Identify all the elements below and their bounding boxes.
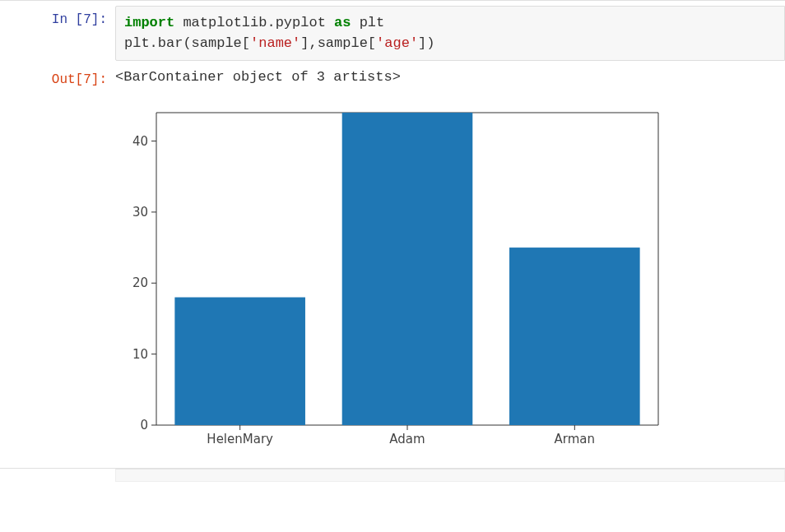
code-line2-pre: plt.bar(sample[ [124, 35, 250, 51]
code-line2-mid: ],sample[ [300, 35, 376, 51]
ytick-label: 20 [132, 276, 148, 291]
code-module: matplotlib.pyplot [174, 15, 334, 30]
empty-prompt [0, 469, 115, 482]
ytick-label: 40 [132, 134, 148, 149]
ytick-label: 10 [132, 347, 148, 362]
code-line2-post: ]) [418, 35, 434, 51]
chart-area: 010203040HelenMaryAdamArman [115, 93, 785, 468]
code-cell: In [7]: import matplotlib.pyplot as pltp… [0, 0, 785, 61]
bar-chart: 010203040HelenMaryAdamArman [115, 98, 667, 460]
xtick-label: HelenMary [207, 432, 273, 446]
bar [174, 298, 305, 425]
code-alias: plt [351, 15, 384, 30]
keyword-as: as [334, 15, 351, 30]
next-cell-row [0, 468, 785, 482]
output-prompt: Out[7]: [0, 66, 115, 93]
ytick-label: 30 [132, 205, 148, 220]
code-input[interactable]: import matplotlib.pyplot as pltplt.bar(s… [115, 6, 785, 61]
keyword-import: import [124, 15, 174, 30]
xtick-label: Arman [555, 432, 595, 446]
output-row: Out[7]: <BarContainer object of 3 artist… [0, 66, 785, 93]
xtick-label: Adam [389, 432, 425, 446]
next-cell-input[interactable] [115, 469, 785, 482]
bar [342, 113, 473, 425]
output-text: <BarContainer object of 3 artists> [115, 66, 785, 93]
ytick-label: 0 [140, 418, 148, 433]
bar [509, 247, 640, 425]
code-str-age: 'age' [376, 35, 418, 51]
input-prompt: In [7]: [0, 6, 115, 61]
code-str-name: 'name' [250, 35, 300, 51]
